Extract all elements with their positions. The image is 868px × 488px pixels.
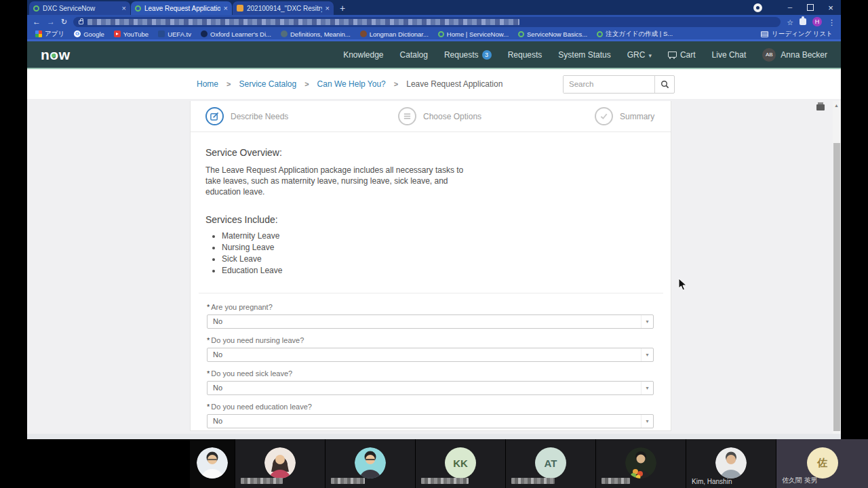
breadcrumb-current-page: Leave Request Application xyxy=(406,79,502,89)
chevron-down-icon[interactable] xyxy=(641,315,653,328)
avatar-initials: 佐 xyxy=(817,457,827,470)
record-indicator-icon xyxy=(753,3,762,12)
bookmark-youtube[interactable]: YouTube xyxy=(114,30,149,38)
participant-tile[interactable]: Kim, Hanshin xyxy=(686,439,776,488)
select-pregnant[interactable]: No xyxy=(207,314,654,329)
tab-presentation-file[interactable]: 202100914_"DXC Resitry-Now" P xyxy=(233,1,334,15)
user-menu[interactable]: AB Anna Becker xyxy=(762,48,827,62)
bookmark-label: YouTube xyxy=(123,30,149,38)
scrollbar[interactable] xyxy=(833,101,841,434)
services-list: Maternity Leave Nursing Leave Sick Leave… xyxy=(222,231,654,275)
bookmark-google[interactable]: Google xyxy=(74,30,104,38)
nav-system-status[interactable]: System Status xyxy=(558,50,610,60)
chevron-down-icon[interactable] xyxy=(641,382,653,394)
breadcrumb-can-we-help-you[interactable]: Can We Help You? xyxy=(317,79,386,89)
forward-icon[interactable] xyxy=(47,18,55,26)
servicenow-favicon-icon xyxy=(33,5,39,12)
participant-tile[interactable] xyxy=(235,439,325,488)
select-education-leave[interactable]: No xyxy=(207,414,654,428)
bookmark-label: ServiceNow Basics... xyxy=(527,30,587,38)
nav-label: Knowledge xyxy=(343,50,383,60)
participant-tile[interactable] xyxy=(596,439,686,488)
servicenow-header: now Knowledge Catalog Requests3 Requests… xyxy=(27,41,841,69)
reading-list-button[interactable]: リーディング リスト xyxy=(761,30,833,39)
participant-tile[interactable] xyxy=(326,439,415,488)
breadcrumb-home[interactable]: Home xyxy=(197,79,218,89)
participant-tile-active[interactable]: 佐 佐久間 英男 xyxy=(776,439,868,488)
avatar: AT xyxy=(535,447,566,479)
question-form: *Are you pregnant? No *Do you need nursi… xyxy=(191,293,671,456)
tab-title: DXC ServiceNow xyxy=(43,5,119,12)
window-bottom-edge xyxy=(27,434,841,439)
chevron-down-icon[interactable] xyxy=(641,415,653,428)
bookmark-oxford[interactable]: Oxford Learner's Di... xyxy=(201,30,271,38)
tab-close-icon[interactable] xyxy=(326,4,330,12)
minimize-button[interactable] xyxy=(780,0,800,15)
close-button[interactable] xyxy=(821,0,841,15)
nav-requests[interactable]: Requests xyxy=(508,50,542,60)
reload-icon[interactable] xyxy=(61,18,67,26)
participant-name: Kim, Hanshin xyxy=(692,478,732,485)
address-bar[interactable] xyxy=(73,17,781,27)
tab-title: Leave Request Application - Serv xyxy=(144,5,220,12)
bookmark-label: UEFA.tv xyxy=(167,30,191,38)
user-name: Anna Becker xyxy=(781,50,827,60)
step-describe-needs[interactable]: Describe Needs xyxy=(205,101,288,131)
scrollbar-thumb[interactable] xyxy=(833,143,840,431)
participant-tile[interactable] xyxy=(190,439,235,488)
maximize-button[interactable] xyxy=(800,0,821,15)
nav-grc[interactable]: GRC xyxy=(627,50,652,60)
print-icon[interactable] xyxy=(816,104,825,110)
person-photo-icon xyxy=(625,447,656,479)
reading-list-icon xyxy=(761,31,768,37)
chevron-down-icon[interactable] xyxy=(641,348,653,361)
select-sick-leave[interactable]: No xyxy=(207,381,654,395)
search-input[interactable] xyxy=(564,76,654,93)
step-summary[interactable]: Summary xyxy=(595,101,654,131)
bookmark-order-guide[interactable]: 注文ガイドの作成 | S... xyxy=(597,30,673,39)
cart-icon xyxy=(668,51,677,58)
nav-live-chat[interactable]: Live Chat xyxy=(712,50,747,60)
bookmark-servicenow-basics[interactable]: ServiceNow Basics... xyxy=(518,30,587,38)
nav-cart[interactable]: Cart xyxy=(668,50,696,60)
participant-tile[interactable]: AT xyxy=(506,439,595,488)
tab-leave-request[interactable]: Leave Request Application - Serv xyxy=(131,1,232,15)
bookmark-star-icon[interactable] xyxy=(787,16,793,28)
bookmark-apps[interactable]: アプリ xyxy=(35,30,64,39)
step-choose-options[interactable]: Choose Options xyxy=(398,101,481,131)
bookmark-definitions[interactable]: Definitions, Meanin... xyxy=(281,30,351,38)
back-icon[interactable] xyxy=(33,18,41,26)
file-favicon-icon xyxy=(237,5,243,12)
person-photo-icon xyxy=(264,447,296,479)
bookmark-longman[interactable]: Longman Dictionar... xyxy=(360,30,429,38)
tab-close-icon[interactable] xyxy=(122,4,126,12)
participant-tile[interactable]: KK xyxy=(416,439,505,488)
bookmark-uefa[interactable]: UEFA.tv xyxy=(158,30,191,38)
breadcrumb-service-catalog[interactable]: Service Catalog xyxy=(239,79,296,89)
step-circle xyxy=(595,107,613,125)
tab-close-icon[interactable] xyxy=(224,4,228,12)
search-button[interactable] xyxy=(654,76,674,93)
servicenow-icon xyxy=(518,31,524,37)
servicenow-logo[interactable]: now xyxy=(41,47,71,63)
extensions-icon[interactable] xyxy=(800,18,806,25)
bookmark-label: Oxford Learner's Di... xyxy=(210,30,271,38)
browser-menu-icon[interactable] xyxy=(828,16,835,28)
nav-catalog[interactable]: Catalog xyxy=(400,50,428,60)
field-label-text: Are you pregnant? xyxy=(211,303,273,311)
browser-profile-avatar[interactable]: H xyxy=(812,17,822,26)
servicenow-icon xyxy=(438,31,444,37)
nav-requests-badged[interactable]: Requests3 xyxy=(444,50,492,60)
catalog-content: Describe Needs Choose Options Summary Se… xyxy=(27,101,841,434)
check-icon xyxy=(599,112,608,121)
field-label: *Do you need sick leave? xyxy=(207,369,654,378)
tab-bar: DXC ServiceNow Leave Request Application… xyxy=(27,0,841,15)
nav-knowledge[interactable]: Knowledge xyxy=(343,50,383,60)
tab-dxc-servicenow[interactable]: DXC ServiceNow xyxy=(29,1,130,15)
avatar: 佐 xyxy=(807,447,838,479)
overview-text: The Leave Request Application package in… xyxy=(205,165,465,198)
person-photo-icon xyxy=(355,447,386,479)
new-tab-button[interactable] xyxy=(340,1,345,15)
select-nursing-leave[interactable]: No xyxy=(207,348,654,362)
bookmark-servicenow-home[interactable]: Home | ServiceNow... xyxy=(438,30,509,38)
